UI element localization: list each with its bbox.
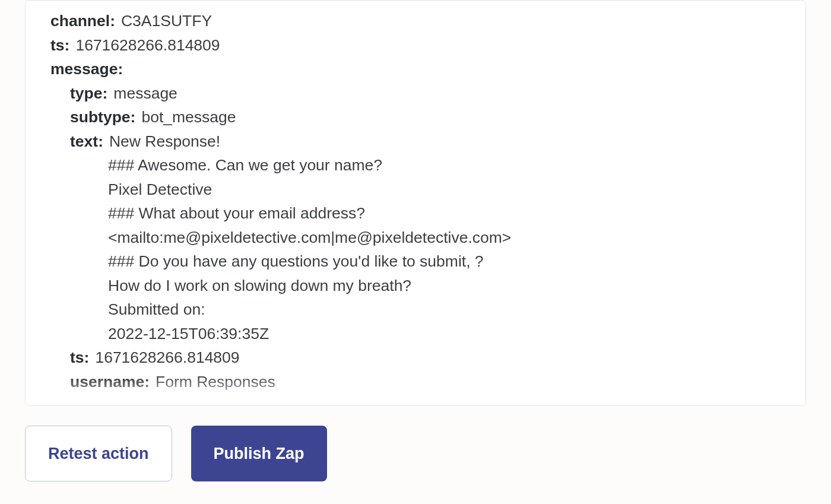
field-value: 1671628266.814809	[75, 33, 220, 58]
text-line: Submitted on:	[50, 297, 781, 322]
field-key: type	[70, 81, 107, 106]
field-value: 1671628266.814809	[95, 345, 239, 370]
text-line-value: ### What about your email address?	[108, 201, 365, 226]
field-value: message	[113, 81, 177, 106]
field-value: bot_message	[141, 105, 236, 129]
text-line: Pixel Detective	[50, 177, 781, 202]
text-line-value: 2022-12-15T06:39:35Z	[108, 322, 269, 346]
text-line: 2022-12-15T06:39:35Z	[50, 322, 781, 346]
field-value: New Response!	[109, 129, 220, 154]
text-line-value: Pixel Detective	[108, 177, 212, 202]
text-line-value: <mailto:me@pixeldetective.com|me@pixelde…	[108, 226, 511, 250]
text-line-value: ### Awesome. Can we get your name?	[108, 153, 382, 177]
field-message-subtype: subtype bot_message	[50, 105, 781, 129]
text-line-value: ### Do you have any questions you'd like…	[108, 249, 484, 274]
field-key: ts	[70, 345, 89, 370]
text-line: ### What about your email address?	[50, 201, 781, 226]
field-key: username	[70, 370, 150, 394]
field-message: message	[50, 57, 781, 81]
text-line-value: Submitted on:	[108, 297, 205, 322]
action-buttons: Retest action Publish Zap	[25, 426, 806, 481]
field-message-type: type message	[50, 81, 781, 106]
field-key: text	[70, 129, 103, 154]
field-value: Form Responses	[156, 370, 275, 394]
field-ts: ts 1671628266.814809	[50, 33, 781, 58]
field-value: C3A1SUTFY	[121, 9, 212, 33]
field-message-text: text New Response!	[50, 129, 781, 154]
field-channel: channel C3A1SUTFY	[50, 9, 781, 33]
text-line: How do I work on slowing down my breath?	[50, 274, 781, 298]
field-message-username: username Form Responses	[50, 370, 781, 394]
field-key: message	[50, 57, 123, 81]
text-line: ### Do you have any questions you'd like…	[50, 249, 781, 274]
field-key: channel	[50, 9, 115, 33]
text-line: <mailto:me@pixeldetective.com|me@pixelde…	[50, 226, 781, 250]
text-line-value: How do I work on slowing down my breath?	[108, 274, 411, 298]
text-line: ### Awesome. Can we get your name?	[50, 153, 781, 177]
publish-zap-button[interactable]: Publish Zap	[191, 426, 327, 481]
field-message-ts: ts 1671628266.814809	[50, 345, 781, 370]
data-output-panel: channel C3A1SUTFY ts 1671628266.814809 m…	[25, 0, 806, 406]
field-key: ts	[50, 33, 69, 58]
field-key: subtype	[70, 105, 135, 129]
retest-action-button[interactable]: Retest action	[25, 426, 172, 481]
